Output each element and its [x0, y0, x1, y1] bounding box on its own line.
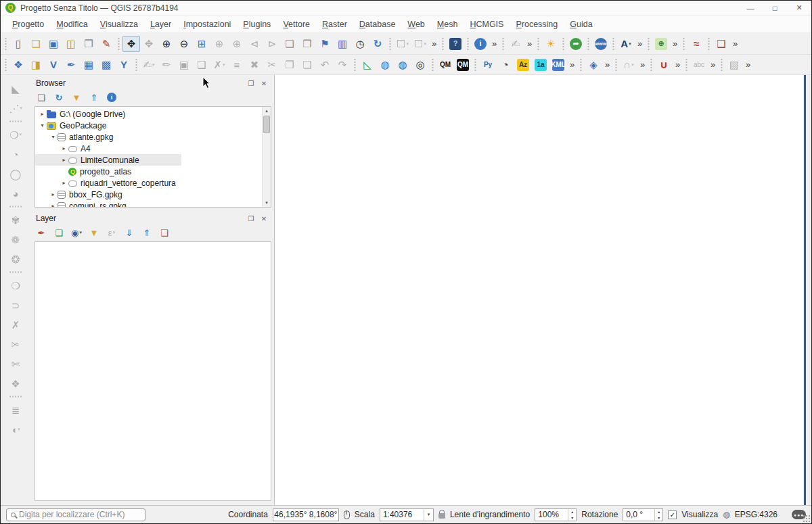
properties-icon[interactable]: i — [105, 91, 118, 104]
az-sort-plugin-icon[interactable]: Az — [514, 57, 532, 73]
measure-plugin-icon[interactable]: ◺ — [359, 57, 376, 73]
resize-grip[interactable] — [803, 515, 810, 522]
temporal-controller-icon[interactable]: ◷ — [351, 36, 369, 52]
add-spatialite-layer-icon[interactable]: ✒ — [62, 57, 80, 73]
new-spatial-bookmark-icon[interactable]: ⚑ — [316, 36, 334, 52]
browser-item-limitecomunale[interactable]: ▸ LimiteComunale — [35, 154, 181, 166]
toolbar-overflow-chevron[interactable]: » — [524, 36, 535, 52]
toolbar-overflow-chevron[interactable]: » — [489, 36, 499, 52]
magnifier-spinbox[interactable]: 100% ▴ ▾ — [535, 508, 577, 521]
share-plugin-icon[interactable]: ➦ — [567, 36, 585, 52]
close-button[interactable]: ✕ — [787, 1, 811, 15]
spin-up-icon[interactable]: ▴ — [655, 509, 662, 515]
mouse-extent-icon[interactable] — [344, 510, 350, 519]
globe-plus-icon[interactable]: ◍ — [376, 57, 394, 73]
spin-down-icon[interactable]: ▾ — [655, 515, 662, 521]
auto-label-plugin-icon[interactable]: A▾ — [617, 36, 635, 52]
minimize-button[interactable]: — — [738, 1, 763, 15]
manage-map-themes-icon[interactable]: ◉▾ — [70, 226, 83, 239]
menu-vettore[interactable]: Vettore — [277, 17, 316, 32]
browser-scrollbar[interactable]: ▴ ▾ — [262, 107, 271, 207]
toolbar-overflow-chevron[interactable]: » — [708, 57, 718, 73]
refresh-map-icon[interactable]: ↻ — [369, 36, 386, 52]
toolbar-overflow-chevron[interactable]: » — [743, 57, 753, 73]
browser-item-atlante-gpkg[interactable]: ▾ atlante.gpkg — [35, 131, 262, 143]
toolbar-overflow-chevron[interactable]: » — [637, 57, 648, 73]
data-source-manager-icon[interactable]: ❖ — [9, 57, 27, 73]
osm-search-plugin-icon[interactable]: ⊕ — [652, 36, 670, 52]
qm-plugin-icon[interactable]: QM — [436, 57, 454, 73]
layer-close-button[interactable]: ✕ — [259, 214, 269, 223]
menu-modifica[interactable]: Modifica — [50, 17, 94, 32]
statistical-summary-icon[interactable]: i — [472, 36, 489, 52]
add-vector-layer-icon[interactable]: V — [45, 57, 62, 73]
www-plugin-icon[interactable]: www — [592, 36, 610, 52]
collapse-all-icon[interactable]: ⇑ — [140, 226, 154, 239]
toolbar-overflow-chevron[interactable]: » — [567, 57, 577, 73]
sun-plugin-icon[interactable]: ☀ — [542, 36, 560, 52]
remove-layer-icon[interactable]: ❑ — [158, 226, 171, 239]
menu-plugins[interactable]: Plugins — [237, 17, 277, 32]
globe-binoculars-icon[interactable]: ◎ — [411, 57, 429, 73]
db-manager-icon[interactable]: ◨ — [27, 57, 45, 73]
maximize-button[interactable]: □ — [763, 1, 787, 15]
style-manager-icon[interactable]: ✎ — [97, 36, 115, 52]
filter-legend-icon[interactable]: ▼ — [87, 226, 101, 239]
scrollbar-thumb[interactable] — [263, 116, 270, 133]
browser-item-g-google-drive-[interactable]: ▸ G:\ (Google Drive) — [35, 108, 262, 120]
menu-guida[interactable]: Guida — [564, 17, 598, 32]
browser-float-button[interactable]: ❐ — [246, 78, 256, 88]
toolbar-overflow-chevron[interactable]: » — [635, 36, 645, 52]
menu-processing[interactable]: Processing — [510, 17, 564, 32]
stopwatch-plugin-icon[interactable]: ◔ — [497, 57, 514, 73]
profile-plugin-icon[interactable]: ≈ — [687, 36, 705, 52]
map-canvas[interactable] — [274, 75, 803, 505]
combo-arrow-icon[interactable]: ▾ — [424, 509, 433, 521]
menu-progetto[interactable]: Progetto — [6, 17, 50, 32]
save-project-icon[interactable]: ▣ — [45, 36, 62, 52]
add-group-icon[interactable]: ❏ — [52, 226, 66, 239]
scroll-down-arrow-icon[interactable]: ▾ — [263, 199, 271, 207]
menu-web[interactable]: Web — [401, 17, 430, 32]
spin-up-icon[interactable]: ▴ — [568, 509, 576, 515]
expand-arrow-icon[interactable]: ▸ — [49, 191, 58, 197]
menu-impostazioni[interactable]: Impostazioni — [177, 17, 237, 32]
new-print-layout-icon[interactable]: ◫ — [62, 36, 80, 52]
expand-all-icon[interactable]: ⇓ — [122, 226, 136, 239]
toolbar-overflow-chevron[interactable]: » — [730, 36, 740, 52]
refresh-browser-icon[interactable]: ↻ — [52, 91, 66, 104]
browser-close-button[interactable]: ✕ — [259, 78, 269, 88]
add-mesh-layer-icon[interactable]: ▦ — [80, 57, 97, 73]
layer-list-empty[interactable] — [35, 241, 271, 501]
expand-arrow-icon[interactable]: ▾ — [49, 134, 58, 140]
menu-mesh[interactable]: Mesh — [431, 17, 464, 32]
show-spatial-bookmarks-icon[interactable]: ▥ — [334, 36, 351, 52]
menu-hcmgis[interactable]: HCMGIS — [464, 17, 510, 32]
menu-raster[interactable]: Raster — [316, 17, 353, 32]
new-map-view-icon[interactable]: ❏ — [281, 36, 298, 52]
qm-console-plugin-icon[interactable]: QM — [454, 57, 472, 73]
snapping-magnet-icon[interactable]: ∪ — [655, 57, 673, 73]
browser-item-comuni-rs-gpkg[interactable]: ▸ comuni_rs.gpkg — [35, 200, 262, 207]
add-vector-tile-layer-icon[interactable]: Y — [115, 57, 133, 73]
browser-item-riquadri-vettore-copertura[interactable]: ▸ riquadri_vettore_copertura — [35, 177, 262, 189]
new-project-icon[interactable]: ▯ — [9, 36, 27, 52]
browser-item-a4[interactable]: ▸ A4 — [35, 143, 262, 154]
menu-layer[interactable]: Layer — [144, 17, 177, 32]
expand-arrow-icon[interactable]: ▸ — [38, 111, 47, 117]
kml-tools-plugin-icon[interactable]: KML — [549, 57, 567, 73]
zoom-out-icon[interactable]: ⊖ — [175, 36, 193, 52]
pan-map-icon[interactable]: ✥ — [122, 36, 140, 52]
identify-features-icon[interactable]: ? — [447, 36, 464, 52]
locator-input[interactable] — [19, 510, 141, 519]
vertex-tools-plugin-icon[interactable]: ◈ — [585, 57, 602, 73]
report-plugin-icon[interactable]: ❑ — [713, 36, 730, 52]
expand-arrow-icon[interactable]: ▾ — [38, 122, 47, 128]
scale-combo[interactable]: 1:40376 ▾ — [380, 508, 434, 521]
open-layer-styling-icon[interactable]: ✒ — [35, 226, 48, 239]
globe-zoom-icon[interactable]: ◍ — [394, 57, 411, 73]
menu-visualizza[interactable]: Visualizza — [94, 17, 144, 32]
filter-browser-icon[interactable]: ▼ — [70, 91, 83, 104]
scroll-up-arrow-icon[interactable]: ▴ — [263, 107, 271, 115]
new-3d-map-view-icon[interactable]: ❒ — [298, 36, 316, 52]
